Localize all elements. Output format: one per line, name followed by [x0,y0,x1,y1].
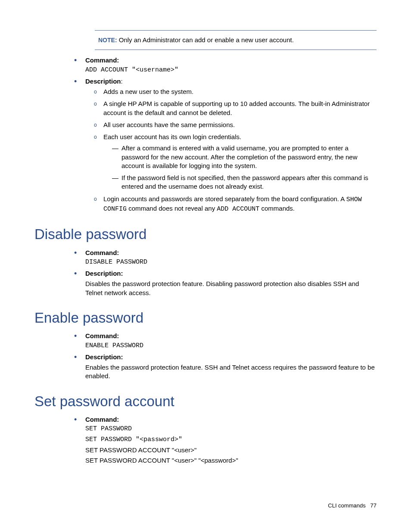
add-account-list: Command: ADD ACCOUNT "<username>" Descri… [72,56,377,214]
description-label: Description: [85,353,123,361]
command-text: SET PASSWORD "<password>" [85,436,377,444]
desc-text-c: commands. [259,205,295,212]
description-label: Description: [85,270,123,277]
colon: : [121,78,123,85]
command-text: SET PASSWORD ACCOUNT "<user>" [85,446,377,454]
list-item: Command: SET PASSWORD SET PASSWORD "<pas… [72,415,377,465]
command-label: Command: [85,332,119,339]
command-text: SET PASSWORD ACCOUNT "<user>" "<password… [85,456,377,465]
list-item: Login accounts and passwords are stored … [93,195,377,214]
list-item: A single HP APM is capable of supporting… [93,100,377,117]
desc-text: A single HP APM is capable of supporting… [103,100,370,116]
sub-text: If the password field is not specified, … [121,174,368,190]
desc-text: Each user account has its own login cred… [103,133,241,140]
page: NOTE: Only an Administrator can add or e… [0,0,411,532]
note-box: NOTE: Only an Administrator can add or e… [95,30,377,50]
desc-text: All user accounts have the same permissi… [103,121,235,128]
command-block: SET PASSWORD SET PASSWORD "<password>" S… [85,425,377,465]
list-item: After a command is entered with a valid … [112,144,377,170]
desc-text: Adds a new user to the system. [103,88,193,95]
heading-set-password-account: Set password account [34,392,377,411]
list-item: Description: Adds a new user to the syst… [72,77,377,214]
desc-text: Disables the password protection feature… [85,280,377,297]
enable-list: Command: ENABLE PASSWORD Description: En… [72,332,377,380]
list-item: Command: DISABLE PASSWORD [72,249,377,267]
command-label: Command: [85,416,119,423]
command-text: ENABLE PASSWORD [85,342,377,350]
command-label: Command: [85,56,119,64]
page-footer: CLI commands 77 [328,502,377,510]
command-text: DISABLE PASSWORD [85,258,377,267]
list-item: If the password field is not specified, … [112,174,377,191]
footer-page: 77 [371,502,377,509]
description-label: Description [85,78,121,85]
desc-text-a: Login accounts and passwords are stored … [103,195,346,202]
note-label: NOTE: [98,37,117,44]
description-sublist: Adds a new user to the system. A single … [93,87,377,214]
list-item: Command: ENABLE PASSWORD [72,332,377,350]
command-label: Command: [85,249,119,256]
setpw-list: Command: SET PASSWORD SET PASSWORD "<pas… [72,415,377,465]
list-item: Description: Disables the password prote… [72,269,377,297]
credentials-sublist: After a command is entered with a valid … [112,144,377,191]
sub-text: After a command is entered with a valid … [121,144,358,169]
note-text: Only an Administrator can add or enable … [119,36,294,44]
list-item: Each user account has its own login cred… [93,133,377,191]
footer-section: CLI commands [328,502,365,509]
list-item: Adds a new user to the system. [93,87,377,96]
list-item: Command: ADD ACCOUNT "<username>" [72,56,377,75]
heading-disable-password: Disable password [34,225,377,244]
desc-text: Enables the password protection feature.… [85,363,377,381]
command-text: ADD ACCOUNT "<username>" [85,66,377,75]
command-text: SET PASSWORD [85,425,377,433]
list-item: Description: Enables the password protec… [72,353,377,381]
desc-text-b: command does not reveal any [127,205,217,212]
inline-code: ADD ACCOUNT [217,205,259,213]
disable-list: Command: DISABLE PASSWORD Description: D… [72,249,377,297]
heading-enable-password: Enable password [34,308,377,328]
list-item: All user accounts have the same permissi… [93,121,377,129]
